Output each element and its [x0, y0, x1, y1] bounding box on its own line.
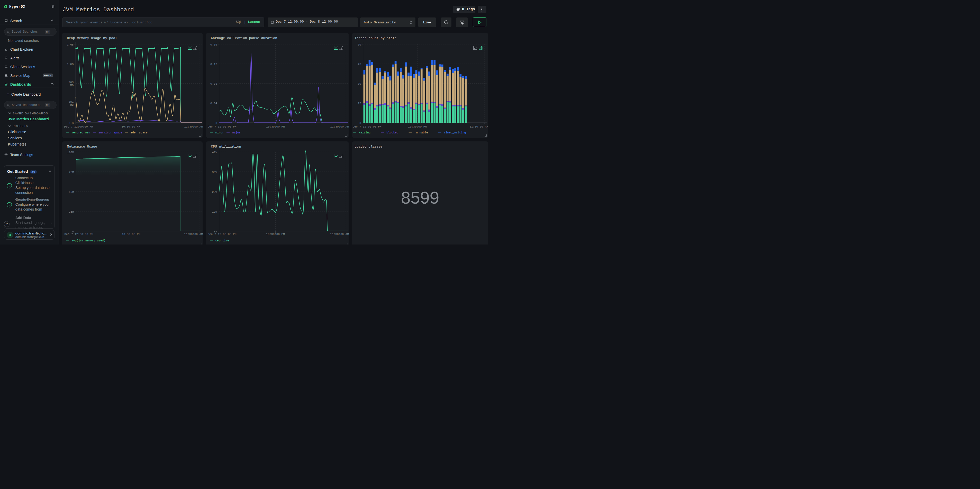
svg-text:15: 15	[358, 102, 361, 105]
svg-text:8599: 8599	[401, 188, 439, 207]
svg-text:0: 0	[360, 122, 361, 125]
svg-text:10%: 10%	[212, 210, 217, 213]
svg-text:Dec 7 12:00:00 PM: Dec 7 12:00:00 PM	[208, 125, 237, 128]
svg-text:11:30:00 AM: 11:30:00 AM	[469, 125, 488, 128]
svg-text:763: 763	[68, 81, 73, 84]
svg-text:Dec 7 12:00:00 PM: Dec 7 12:00:00 PM	[64, 125, 93, 128]
svg-text:0.16: 0.16	[210, 43, 217, 46]
svg-text:Eden Space: Eden Space	[130, 131, 148, 134]
svg-text:10:30:00 PM: 10:30:00 PM	[266, 233, 285, 236]
svg-text:0: 0	[215, 122, 217, 125]
svg-text:20%: 20%	[212, 191, 217, 194]
svg-text:Tenured Gen: Tenured Gen	[72, 131, 90, 134]
svg-text:1 GB: 1 GB	[67, 63, 74, 66]
svg-text:45: 45	[358, 63, 361, 66]
svg-text:50M: 50M	[69, 191, 74, 194]
svg-text:10:30:00 PM: 10:30:00 PM	[408, 125, 427, 128]
svg-text:60: 60	[358, 43, 361, 46]
svg-text:11:30:00 AM: 11:30:00 AM	[184, 125, 202, 128]
svg-text:Dec 7 12:00:00 PM: Dec 7 12:00:00 PM	[353, 125, 382, 128]
svg-text:30%: 30%	[212, 171, 217, 174]
svg-text:minor: minor	[215, 131, 224, 134]
svg-text:40%: 40%	[212, 151, 217, 154]
svg-text:100M: 100M	[67, 151, 74, 154]
svg-text:0 B: 0 B	[68, 122, 73, 125]
svg-text:Dec 7 12:00:00 PM: Dec 7 12:00:00 PM	[208, 233, 237, 236]
svg-text:381: 381	[68, 100, 73, 104]
svg-text:major: major	[232, 131, 241, 134]
svg-text:30: 30	[358, 82, 361, 85]
svg-text:timed_waiting: timed_waiting	[444, 131, 466, 134]
svg-text:MB: MB	[70, 104, 74, 107]
svg-text:10:30:00 PM: 10:30:00 PM	[266, 125, 285, 128]
svg-text:Survivor Space: Survivor Space	[99, 131, 122, 134]
svg-text:25M: 25M	[69, 210, 74, 213]
svg-text:11:30:00 AM: 11:30:00 AM	[330, 125, 348, 128]
svg-text:75M: 75M	[69, 171, 74, 174]
svg-text:10:30:00 PM: 10:30:00 PM	[122, 233, 140, 236]
svg-text:0.04: 0.04	[210, 102, 217, 105]
svg-text:blocked: blocked	[387, 131, 398, 134]
svg-text:11:30:00 AM: 11:30:00 AM	[330, 233, 348, 236]
svg-text:runnable: runnable	[414, 131, 428, 134]
svg-text:Dec 7 12:00:00 PM: Dec 7 12:00:00 PM	[65, 233, 93, 236]
svg-text:1 GB: 1 GB	[67, 43, 74, 46]
svg-text:0.08: 0.08	[210, 82, 217, 85]
svg-text:10:30:00 PM: 10:30:00 PM	[122, 125, 140, 128]
svg-text:0.12: 0.12	[210, 63, 217, 66]
svg-text:MB: MB	[70, 84, 74, 87]
svg-text:waiting: waiting	[359, 131, 371, 134]
svg-text:11:30:00 AM: 11:30:00 AM	[184, 233, 202, 236]
svg-text:avg(jvm.memory.used): avg(jvm.memory.used)	[72, 239, 105, 242]
svg-text:CPU time: CPU time	[215, 239, 229, 242]
